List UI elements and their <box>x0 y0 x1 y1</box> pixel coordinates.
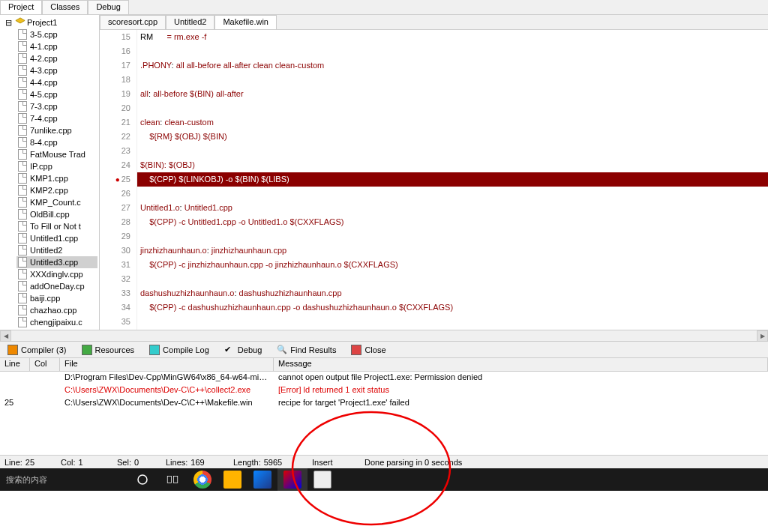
file-item[interactable]: 4-2.cpp <box>16 52 98 64</box>
editor-tab-1[interactable]: Untitled2 <box>166 15 214 29</box>
file-item[interactable]: Untitled3.cpp <box>16 256 98 268</box>
code-line[interactable] <box>137 187 768 201</box>
file-item[interactable]: 3-5.cpp <box>16 28 98 40</box>
code-line[interactable] <box>137 44 768 58</box>
file-item[interactable]: chazhao.cpp <box>16 304 98 316</box>
code-line[interactable] <box>137 101 768 115</box>
tree-root[interactable]: ⊟ Project1 <box>2 16 98 28</box>
file-icon <box>18 281 27 291</box>
scroll-right-icon[interactable]: ▶ <box>757 330 768 342</box>
panel-tab-debug[interactable]: Debug <box>88 0 128 14</box>
file-name: baiji.cpp <box>30 294 60 303</box>
panel-tab-project[interactable]: Project <box>0 0 42 14</box>
file-item[interactable]: KMP1.cpp <box>16 172 98 184</box>
msg-cell-file: C:\Users\ZWX\Documents\Dev-C\C++\collect… <box>60 384 274 397</box>
taskbar-app3[interactable] <box>308 468 338 491</box>
btab-close[interactable]: Close <box>346 343 390 357</box>
msg-col-file[interactable]: File <box>60 358 274 371</box>
file-item[interactable]: OldBill.cpp <box>16 208 98 220</box>
btab-compilelog[interactable]: Compile Log <box>145 343 214 357</box>
btab-label: Close <box>364 345 386 354</box>
panel-tab-classes[interactable]: Classes <box>42 0 88 14</box>
taskbar-explorer[interactable] <box>218 468 248 491</box>
message-row[interactable]: C:\Users\ZWX\Documents\Dev-C\C++\collect… <box>0 384 768 397</box>
code-line[interactable]: RM = rm.exe -f <box>137 30 768 44</box>
file-item[interactable]: 4-3.cpp <box>16 64 98 76</box>
code-lines[interactable]: RM = rm.exe -f.PHONY: all all-before all… <box>137 30 768 330</box>
file-item[interactable]: FatMouse Trad <box>16 148 98 160</box>
file-item[interactable]: To Fill or Not t <box>16 220 98 232</box>
code-line[interactable] <box>137 73 768 87</box>
file-item[interactable]: 8-4.cpp <box>16 136 98 148</box>
file-icon <box>18 65 27 76</box>
code-line[interactable] <box>137 315 768 329</box>
btab-resources[interactable]: Resources <box>77 343 140 357</box>
line-number: 29 <box>100 229 130 244</box>
code-line[interactable]: $(BIN): $(OBJ) <box>137 158 768 172</box>
file-item[interactable]: KMP2.cpp <box>16 184 98 196</box>
taskbar-taskview[interactable] <box>158 468 188 491</box>
code-line[interactable]: dashushuzhizhaunhaun.o: dashushuzhizhaun… <box>137 286 768 300</box>
file-item[interactable]: 7-3.cpp <box>16 100 98 112</box>
code-line[interactable]: $(CPP) -c dashushuzhizhaunhaun.cpp -o da… <box>137 300 768 315</box>
find-icon: 🔍 <box>277 345 287 355</box>
scroll-left-icon[interactable]: ◀ <box>0 330 11 342</box>
code-line[interactable]: $(CPP) $(LINKOBJ) -o $(BIN) $(LIBS) <box>137 172 768 187</box>
taskbar-chrome[interactable] <box>188 468 218 491</box>
file-item[interactable]: Untitled1.cpp <box>16 232 98 244</box>
line-number: 19 <box>100 87 130 101</box>
taskbar-search[interactable]: 搜索的内容 <box>0 474 128 486</box>
file-item[interactable]: 4-4.cpp <box>16 76 98 88</box>
btab-debug[interactable]: ✔Debug <box>220 343 266 357</box>
msg-cell-file: D:\Program Files\Dev-Cpp\MinGW64\x86_64-… <box>60 372 274 384</box>
status-lines: Lines:169 <box>161 458 229 467</box>
file-item[interactable]: 4-1.cpp <box>16 40 98 52</box>
msg-col-col[interactable]: Col <box>30 358 60 371</box>
code-line[interactable] <box>137 229 768 244</box>
taskbar-cortana[interactable] <box>128 468 158 491</box>
file-item[interactable]: chengjipaixu.c <box>16 316 98 328</box>
code-line[interactable] <box>137 272 768 286</box>
code-line[interactable]: clean: clean-custom <box>137 115 768 130</box>
file-item[interactable]: addOneDay.cp <box>16 280 98 292</box>
file-name: 7-4.cpp <box>30 114 58 123</box>
file-item[interactable]: baiji.cpp <box>16 292 98 304</box>
editor-tab-2[interactable]: Makefile.win <box>214 15 277 29</box>
line-number: 32 <box>100 272 130 286</box>
message-row[interactable]: 25C:\Users\ZWX\Documents\Dev-C\C++\Makef… <box>0 397 768 410</box>
code-line[interactable]: $(CPP) -c Untitled1.cpp -o Untitled1.o $… <box>137 215 768 229</box>
code-line[interactable]: jinzhizhaunhaun.o: jinzhizhaunhaun.cpp <box>137 244 768 258</box>
h-scrollbar[interactable]: ◀ ▶ <box>0 330 768 341</box>
code-line[interactable]: $(CPP) -c jinzhizhaunhaun.cpp -o jinzhiz… <box>137 258 768 272</box>
file-icon <box>18 257 27 267</box>
btab-label: Compiler (3) <box>21 345 67 354</box>
file-item[interactable]: XXXdinglv.cpp <box>16 268 98 280</box>
scroll-track[interactable] <box>11 330 757 341</box>
code-line[interactable]: Untitled1.o: Untitled1.cpp <box>137 201 768 215</box>
file-item[interactable]: IP.cpp <box>16 160 98 172</box>
file-item[interactable]: 7unlike.cpp <box>16 124 98 136</box>
code-line[interactable]: all: all-before $(BIN) all-after <box>137 87 768 101</box>
msg-cell-msg: [Error] ld returned 1 exit status <box>274 384 768 397</box>
file-item[interactable]: 7-4.cpp <box>16 112 98 124</box>
taskbar-app1[interactable] <box>248 468 278 491</box>
code-line[interactable]: .PHONY: all all-before all-after clean c… <box>137 58 768 73</box>
line-number: ●25 <box>100 172 130 187</box>
status-col: Col:1 <box>56 458 112 467</box>
file-icon <box>18 149 27 160</box>
collapse-icon[interactable]: ⊟ <box>3 17 14 28</box>
editor-tab-0[interactable]: scoresort.cpp <box>100 15 166 29</box>
code-editor[interactable]: 15161718192021222324●2526272829303132333… <box>100 30 768 330</box>
taskbar-devcpp[interactable] <box>278 468 308 491</box>
msg-col-line[interactable]: Line <box>0 358 30 371</box>
message-row[interactable]: D:\Program Files\Dev-Cpp\MinGW64\x86_64-… <box>0 372 768 384</box>
status-parse: Done parsing in 0 seconds <box>360 458 466 467</box>
file-item[interactable]: KMP_Count.c <box>16 196 98 208</box>
btab-find[interactable]: 🔍Find Results <box>272 343 340 357</box>
file-item[interactable]: Untitled2 <box>16 244 98 256</box>
file-item[interactable]: 4-5.cpp <box>16 88 98 100</box>
code-line[interactable]: ${RM} $(OBJ) $(BIN) <box>137 130 768 144</box>
btab-compiler[interactable]: Compiler (3) <box>3 343 71 357</box>
msg-col-message[interactable]: Message <box>274 358 768 371</box>
code-line[interactable] <box>137 144 768 158</box>
